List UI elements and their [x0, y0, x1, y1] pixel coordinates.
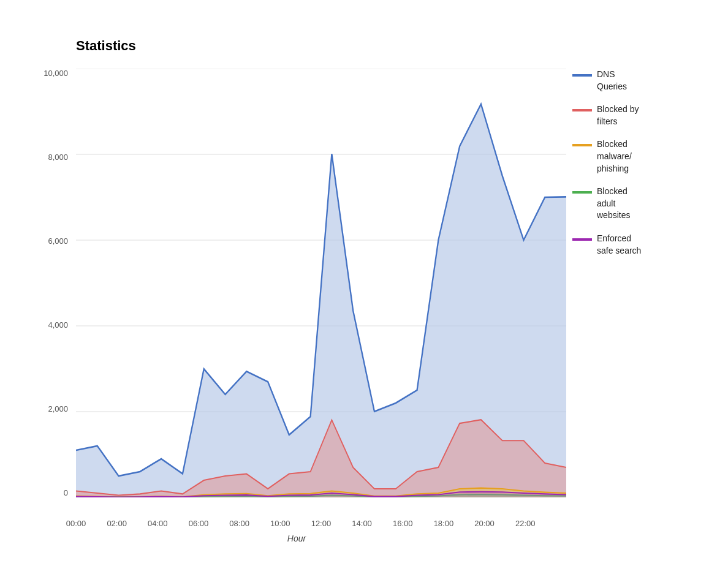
chart-svg — [76, 69, 566, 497]
y-label-0: 0 — [64, 488, 68, 497]
legend-color-enforced-safe — [572, 238, 592, 241]
legend-label-blocked-malware: Blockedmalware/phishing — [597, 138, 632, 175]
x-label-12: 12:00 — [311, 519, 332, 528]
x-axis-title: Hour — [27, 534, 566, 543]
x-label-10: 10:00 — [270, 519, 290, 528]
legend-item-dns: DNSQueries — [572, 69, 695, 92]
legend-color-blocked-adult — [572, 191, 592, 194]
y-label-6000: 6,000 — [48, 236, 68, 246]
legend-color-blocked-malware — [572, 144, 592, 146]
legend-item-blocked-malware: Blockedmalware/phishing — [572, 138, 695, 175]
x-label-2: 02:00 — [107, 519, 127, 528]
legend-color-dns — [572, 74, 592, 77]
x-label-16: 16:00 — [393, 519, 413, 528]
legend-item-blocked-filters: Blocked byfilters — [572, 104, 695, 127]
chart-container: Statistics 10,000 8,000 6,000 4,000 2,00… — [27, 20, 701, 546]
y-label-4000: 4,000 — [48, 320, 68, 330]
legend: DNSQueries Blocked byfilters Blockedmalw… — [572, 69, 695, 257]
x-label-22: 22:00 — [515, 519, 536, 528]
legend-label-dns: DNSQueries — [597, 69, 627, 92]
legend-item-enforced-safe: Enforcedsafe search — [572, 233, 695, 257]
y-label-2000: 2,000 — [48, 404, 68, 413]
chart-title: Statistics — [76, 38, 136, 54]
legend-label-enforced-safe: Enforcedsafe search — [597, 233, 641, 257]
legend-label-blocked-filters: Blocked byfilters — [597, 104, 639, 127]
chart-area — [76, 69, 566, 497]
x-label-0: 00:00 — [66, 519, 86, 528]
x-label-8: 08:00 — [229, 519, 249, 528]
x-label-20: 20:00 — [474, 519, 495, 528]
legend-color-blocked-filters — [572, 109, 592, 111]
y-label-8000: 8,000 — [48, 153, 68, 162]
x-label-18: 18:00 — [434, 519, 454, 528]
y-axis-labels: 10,000 8,000 6,000 4,000 2,000 0 — [27, 69, 73, 497]
legend-item-blocked-adult: Blockedadultwebsites — [572, 186, 695, 222]
legend-label-blocked-adult: Blockedadultwebsites — [597, 186, 630, 222]
y-label-10000: 10,000 — [44, 69, 68, 78]
x-label-6: 06:00 — [189, 519, 209, 528]
x-axis-labels: 00:00 02:00 04:00 06:00 08:00 10:00 12:0… — [76, 519, 566, 528]
x-label-14: 14:00 — [352, 519, 372, 528]
x-label-4: 04:00 — [148, 519, 168, 528]
